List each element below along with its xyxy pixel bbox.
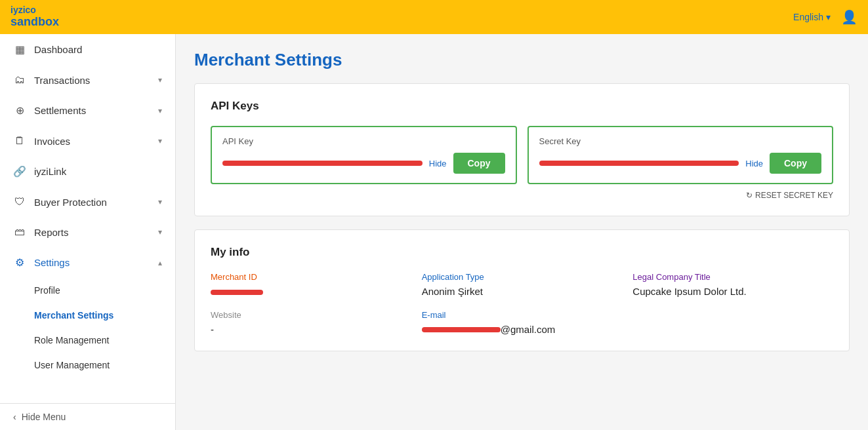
dashboard-icon: ▦ — [13, 43, 26, 56]
refresh-icon: ↻ — [746, 191, 753, 200]
website-label: Website — [211, 310, 411, 320]
api-key-masked-value — [222, 161, 423, 166]
sidebar-item-buyer-protection[interactable]: 🛡 Buyer Protection ▾ — [0, 187, 175, 217]
reports-icon: 🗃 — [13, 226, 26, 238]
sidebar-sub-item-user-management[interactable]: User Management — [0, 353, 175, 378]
main-layout: ▦ Dashboard 🗂 Transactions ▾ ⊕ Settlemen… — [0, 34, 868, 430]
api-key-label: API Key — [222, 136, 505, 146]
email-masked — [422, 327, 501, 332]
reset-secret-key-link[interactable]: ↻ RESET SECRET KEY — [746, 191, 833, 200]
sidebar-item-reports[interactable]: 🗃 Reports ▾ — [0, 217, 175, 247]
hide-menu-button[interactable]: ‹ Hide Menu — [0, 403, 175, 430]
api-key-value-row: Hide Copy — [222, 153, 505, 174]
merchant-id-masked — [211, 290, 263, 295]
chevron-down-icon: ▾ — [158, 136, 162, 146]
email-label: E-mail — [422, 310, 623, 320]
sidebar: ▦ Dashboard 🗂 Transactions ▾ ⊕ Settlemen… — [0, 34, 176, 430]
content-area: Merchant Settings API Keys API Key Hide … — [176, 34, 868, 430]
secret-key-hide-link[interactable]: Hide — [745, 159, 763, 168]
transactions-icon: 🗂 — [13, 74, 26, 86]
api-keys-title: API Keys — [211, 100, 833, 113]
page-title: Merchant Settings — [194, 50, 850, 70]
api-keys-row: API Key Hide Copy Secret Key Hide Copy — [211, 126, 833, 184]
iyzilink-icon: 🔗 — [13, 165, 26, 178]
header: iyzico sandbox English ▾ 👤 — [0, 0, 868, 34]
legal-company-label: Legal Company Title — [632, 272, 833, 282]
email-field: E-mail @gmail.com — [422, 310, 623, 335]
my-info-title: My info — [211, 246, 833, 259]
chevron-down-icon: ▾ — [158, 75, 162, 85]
merchant-id-value — [211, 286, 411, 297]
user-icon[interactable]: 👤 — [841, 9, 858, 25]
logo-top: iyzico — [10, 5, 59, 15]
merchant-id-field: Merchant ID — [211, 272, 411, 297]
sidebar-item-dashboard[interactable]: ▦ Dashboard — [0, 34, 175, 65]
sidebar-sub-item-merchant-settings[interactable]: Merchant Settings — [0, 303, 175, 328]
email-suffix: @gmail.com — [501, 324, 556, 335]
sidebar-item-invoices[interactable]: 🗒 Invoices ▾ — [0, 126, 175, 156]
secret-key-box: Secret Key Hide Copy — [527, 126, 834, 184]
invoices-icon: 🗒 — [13, 135, 26, 147]
chevron-up-icon: ▴ — [158, 258, 162, 267]
sidebar-item-settings[interactable]: ⚙ Settings ▴ — [0, 247, 175, 278]
chevron-down-icon: ▾ — [158, 106, 162, 115]
shield-icon: 🛡 — [13, 196, 26, 208]
secret-key-masked-value — [539, 161, 739, 166]
sidebar-item-iyzilink[interactable]: 🔗 iyziLink — [0, 156, 175, 187]
email-value: @gmail.com — [422, 324, 623, 335]
application-type-label: Application Type — [422, 272, 623, 282]
api-key-hide-link[interactable]: Hide — [429, 159, 447, 168]
website-value: - — [211, 324, 411, 335]
my-info-card: My info Merchant ID Application Type Ano… — [194, 229, 850, 351]
api-key-copy-button[interactable]: Copy — [453, 153, 505, 174]
settlements-icon: ⊕ — [13, 104, 26, 117]
legal-company-field: Legal Company Title Cupcake Ipsum Dolor … — [632, 272, 833, 297]
header-right: English ▾ 👤 — [793, 9, 858, 25]
logo: iyzico sandbox — [10, 5, 59, 28]
api-keys-card: API Keys API Key Hide Copy Secret Key — [194, 83, 850, 216]
sidebar-item-transactions[interactable]: 🗂 Transactions ▾ — [0, 65, 175, 95]
api-key-box: API Key Hide Copy — [211, 126, 517, 184]
sidebar-item-settlements[interactable]: ⊕ Settlements ▾ — [0, 95, 175, 126]
chevron-down-icon: ▾ — [158, 197, 162, 206]
merchant-id-label: Merchant ID — [211, 272, 411, 282]
chevron-down-icon: ▾ — [158, 227, 162, 237]
application-type-value: Anonim Şirket — [422, 286, 623, 297]
application-type-field: Application Type Anonim Şirket — [422, 272, 623, 297]
website-field: Website - — [211, 310, 411, 335]
my-info-grid: Merchant ID Application Type Anonim Şirk… — [211, 272, 833, 335]
secret-key-value-row: Hide Copy — [539, 153, 822, 174]
secret-key-label: Secret Key — [539, 136, 822, 146]
reset-row: ↻ RESET SECRET KEY — [211, 191, 833, 200]
sidebar-sub-item-role-management[interactable]: Role Management — [0, 328, 175, 353]
language-selector[interactable]: English ▾ — [793, 12, 831, 22]
chevron-left-icon: ‹ — [13, 412, 16, 422]
legal-company-value: Cupcake Ipsum Dolor Ltd. — [632, 286, 833, 297]
sidebar-sub-item-profile[interactable]: Profile — [0, 278, 175, 303]
logo-bottom: sandbox — [10, 16, 59, 29]
secret-key-copy-button[interactable]: Copy — [770, 153, 821, 174]
settings-icon: ⚙ — [13, 256, 26, 269]
